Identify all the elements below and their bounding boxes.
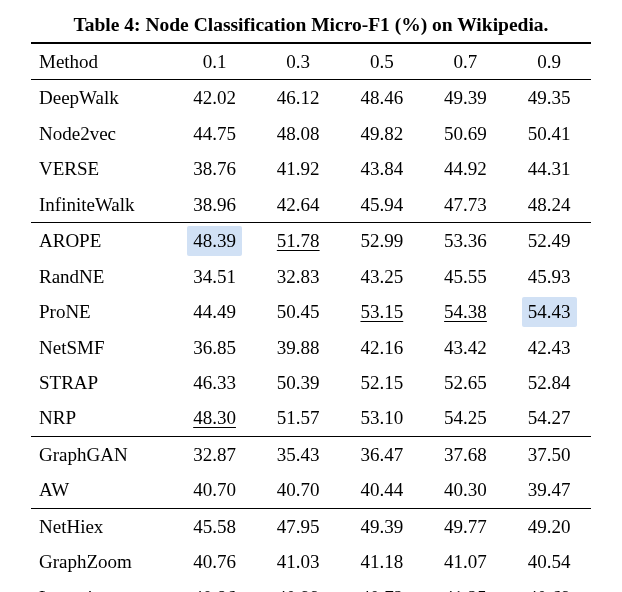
value-cell: 43.25 bbox=[340, 259, 424, 294]
value-cell: 38.76 bbox=[173, 151, 257, 186]
value-cell: 45.94 bbox=[340, 187, 424, 223]
table-row: GraphGAN32.8735.4336.4737.6837.50 bbox=[31, 436, 591, 472]
value-cell: 45.55 bbox=[424, 259, 508, 294]
table-row: ProNE44.4950.4553.1554.3854.43 bbox=[31, 294, 591, 329]
value-cell: 44.75 bbox=[173, 116, 257, 151]
method-cell: InfiniteWalk bbox=[31, 187, 173, 223]
method-cell: STRAP bbox=[31, 365, 173, 400]
value-cell: 40.30 bbox=[424, 472, 508, 508]
value-cell: 40.70 bbox=[256, 472, 340, 508]
value-cell: 41.18 bbox=[340, 544, 424, 579]
table-row: AW40.7040.7040.4440.3039.47 bbox=[31, 472, 591, 508]
table-row: DeepWalk42.0246.1248.4649.3949.35 bbox=[31, 80, 591, 116]
value-cell: 36.85 bbox=[173, 330, 257, 365]
header-row: Method 0.1 0.3 0.5 0.7 0.9 bbox=[31, 43, 591, 80]
value-cell: 37.68 bbox=[424, 436, 508, 472]
value-cell: 52.84 bbox=[507, 365, 591, 400]
value-cell: 49.20 bbox=[507, 508, 591, 544]
value-cell: 53.10 bbox=[340, 400, 424, 436]
value-cell: 40.99 bbox=[256, 580, 340, 592]
value-cell: 46.12 bbox=[256, 80, 340, 116]
value-cell: 32.83 bbox=[256, 259, 340, 294]
method-cell: Node2vec bbox=[31, 116, 173, 151]
value-cell: 53.15 bbox=[340, 294, 424, 329]
value-cell: 52.15 bbox=[340, 365, 424, 400]
method-cell: GraphZoom bbox=[31, 544, 173, 579]
table-row: NRP48.3051.5753.1054.2554.27 bbox=[31, 400, 591, 436]
value-cell: 49.39 bbox=[424, 80, 508, 116]
method-cell: VERSE bbox=[31, 151, 173, 186]
table-row: RandNE34.5132.8343.2545.5545.93 bbox=[31, 259, 591, 294]
results-table: Method 0.1 0.3 0.5 0.7 0.9 DeepWalk42.02… bbox=[31, 42, 591, 592]
value-cell: 49.35 bbox=[507, 80, 591, 116]
value-cell: 52.65 bbox=[424, 365, 508, 400]
table-row: NetSMF36.8539.8842.1643.4242.43 bbox=[31, 330, 591, 365]
method-cell: AROPE bbox=[31, 223, 173, 259]
value-cell: 41.92 bbox=[256, 151, 340, 186]
value-cell: 52.99 bbox=[340, 223, 424, 259]
value-cell: 54.43 bbox=[507, 294, 591, 329]
method-cell: Louvain bbox=[31, 580, 173, 592]
method-cell: NetSMF bbox=[31, 330, 173, 365]
table-row: GraphZoom40.7641.0341.1841.0740.54 bbox=[31, 544, 591, 579]
value-cell: 41.03 bbox=[256, 544, 340, 579]
value-cell: 43.84 bbox=[340, 151, 424, 186]
value-cell: 49.77 bbox=[424, 508, 508, 544]
value-cell: 42.16 bbox=[340, 330, 424, 365]
value-cell: 52.49 bbox=[507, 223, 591, 259]
value-cell: 54.25 bbox=[424, 400, 508, 436]
value-cell: 40.69 bbox=[507, 580, 591, 592]
value-cell: 47.95 bbox=[256, 508, 340, 544]
value-cell: 47.73 bbox=[424, 187, 508, 223]
header-method: Method bbox=[31, 43, 173, 80]
value-cell: 50.69 bbox=[424, 116, 508, 151]
value-cell: 32.87 bbox=[173, 436, 257, 472]
table-row: VERSE38.7641.9243.8444.9244.31 bbox=[31, 151, 591, 186]
value-cell: 50.39 bbox=[256, 365, 340, 400]
method-cell: RandNE bbox=[31, 259, 173, 294]
method-cell: DeepWalk bbox=[31, 80, 173, 116]
value-cell: 43.42 bbox=[424, 330, 508, 365]
value-cell: 42.43 bbox=[507, 330, 591, 365]
header-col-1: 0.1 bbox=[173, 43, 257, 80]
header-col-4: 0.7 bbox=[424, 43, 508, 80]
value-cell: 39.88 bbox=[256, 330, 340, 365]
value-cell: 40.70 bbox=[173, 472, 257, 508]
value-cell: 44.49 bbox=[173, 294, 257, 329]
value-cell: 36.47 bbox=[340, 436, 424, 472]
value-cell: 35.43 bbox=[256, 436, 340, 472]
value-cell: 48.46 bbox=[340, 80, 424, 116]
table-row: STRAP46.3350.3952.1552.6552.84 bbox=[31, 365, 591, 400]
value-cell: 48.24 bbox=[507, 187, 591, 223]
value-cell: 48.08 bbox=[256, 116, 340, 151]
method-cell: GraphGAN bbox=[31, 436, 173, 472]
value-cell: 39.47 bbox=[507, 472, 591, 508]
value-cell: 42.02 bbox=[173, 80, 257, 116]
value-cell: 46.33 bbox=[173, 365, 257, 400]
table-row: Louvain40.8640.9940.7241.2540.69 bbox=[31, 580, 591, 592]
value-cell: 54.27 bbox=[507, 400, 591, 436]
table-caption: Table 4: Node Classification Micro-F1 (%… bbox=[14, 14, 608, 36]
value-cell: 37.50 bbox=[507, 436, 591, 472]
value-cell: 34.51 bbox=[173, 259, 257, 294]
value-cell: 45.58 bbox=[173, 508, 257, 544]
value-cell: 38.96 bbox=[173, 187, 257, 223]
value-cell: 53.36 bbox=[424, 223, 508, 259]
value-cell: 50.45 bbox=[256, 294, 340, 329]
value-cell: 44.92 bbox=[424, 151, 508, 186]
value-cell: 40.54 bbox=[507, 544, 591, 579]
value-cell: 48.39 bbox=[173, 223, 257, 259]
value-cell: 51.78 bbox=[256, 223, 340, 259]
table-row: Node2vec44.7548.0849.8250.6950.41 bbox=[31, 116, 591, 151]
value-cell: 49.39 bbox=[340, 508, 424, 544]
method-cell: ProNE bbox=[31, 294, 173, 329]
value-cell: 49.82 bbox=[340, 116, 424, 151]
method-cell: NRP bbox=[31, 400, 173, 436]
value-cell: 40.72 bbox=[340, 580, 424, 592]
value-cell: 40.86 bbox=[173, 580, 257, 592]
header-col-2: 0.3 bbox=[256, 43, 340, 80]
value-cell: 54.38 bbox=[424, 294, 508, 329]
value-cell: 40.76 bbox=[173, 544, 257, 579]
method-cell: NetHiex bbox=[31, 508, 173, 544]
method-cell: AW bbox=[31, 472, 173, 508]
